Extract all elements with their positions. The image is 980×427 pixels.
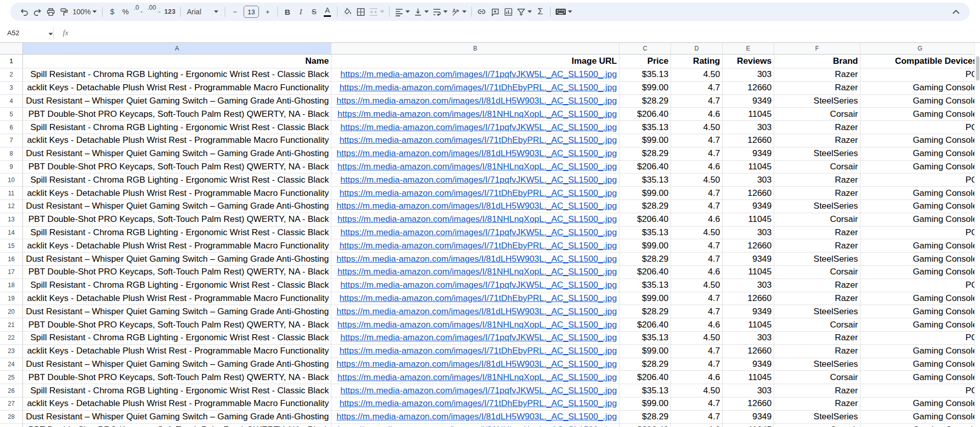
cell-C2[interactable]: $35.13 bbox=[619, 68, 671, 82]
image-url-link[interactable]: https://m.media-amazon.com/images/I/71tD… bbox=[340, 293, 617, 304]
insert-link-button[interactable] bbox=[475, 5, 488, 19]
cell-G7[interactable]: Gaming Console bbox=[861, 134, 974, 147]
cell-B17[interactable]: https://m.media-amazon.com/images/I/81NH… bbox=[331, 266, 619, 279]
cell-E9[interactable]: 11045 bbox=[723, 161, 774, 174]
row-header-8[interactable]: 8 bbox=[0, 147, 23, 161]
cell-E20[interactable]: 9349 bbox=[723, 305, 774, 318]
cell-F15[interactable]: Razer bbox=[774, 239, 861, 253]
row-header-16[interactable]: 16 bbox=[0, 253, 23, 266]
cell-E11[interactable]: 12660 bbox=[723, 187, 774, 200]
cell-D27[interactable]: 4.7 bbox=[671, 397, 723, 411]
cell-D23[interactable]: 4.7 bbox=[671, 345, 723, 358]
cell-B13[interactable]: https://m.media-amazon.com/images/I/81NH… bbox=[331, 213, 619, 227]
row-header-22[interactable]: 22 bbox=[0, 332, 23, 345]
row-header-12[interactable]: 12 bbox=[0, 200, 23, 213]
cell-B21[interactable]: https://m.media-amazon.com/images/I/81NH… bbox=[331, 318, 619, 332]
row-header-23[interactable]: 23 bbox=[0, 345, 23, 358]
cell-E27[interactable]: 12660 bbox=[723, 397, 774, 411]
name-box[interactable]: A52 bbox=[0, 23, 53, 42]
cell-D9[interactable]: 4.6 bbox=[671, 161, 723, 174]
image-url-link[interactable]: https://m.media-amazon.com/images/I/81NH… bbox=[338, 267, 617, 277]
cell-A21[interactable]: PBT Double-Shot PRO Keycaps, Soft-Touch … bbox=[23, 318, 331, 332]
cell-B16[interactable]: https://m.media-amazon.com/images/I/81dL… bbox=[331, 253, 619, 266]
image-url-link[interactable]: https://m.media-amazon.com/images/I/71tD… bbox=[340, 188, 617, 198]
row-header-4[interactable]: 4 bbox=[0, 95, 23, 108]
cell-F3[interactable]: Razer bbox=[774, 82, 861, 95]
cell-C27[interactable]: $99.00 bbox=[619, 397, 671, 411]
cell-B27[interactable]: https://m.media-amazon.com/images/I/71tD… bbox=[331, 397, 619, 411]
cell-D21[interactable]: 4.6 bbox=[671, 318, 723, 332]
row-header-1[interactable]: 1 bbox=[0, 55, 23, 68]
format-percent-button[interactable]: % bbox=[119, 5, 132, 19]
borders-button[interactable] bbox=[354, 5, 367, 19]
cell-D8[interactable]: 4.7 bbox=[671, 147, 723, 161]
cell-A8[interactable]: Dust Resistant – Whisper Quiet Gaming Sw… bbox=[23, 147, 331, 161]
column-header-E[interactable]: E bbox=[723, 43, 774, 54]
font-size-input[interactable]: 13 bbox=[244, 6, 259, 18]
cell-E5[interactable]: 11045 bbox=[723, 108, 774, 121]
strikethrough-button[interactable]: S bbox=[307, 5, 321, 19]
cell-E15[interactable]: 12660 bbox=[723, 239, 774, 253]
cell-F25[interactable]: Corsair bbox=[774, 371, 861, 384]
cell-A24[interactable]: Dust Resistant – Whisper Quiet Gaming Sw… bbox=[23, 358, 331, 371]
cell-D28[interactable]: 4.7 bbox=[671, 411, 723, 424]
cell-D17[interactable]: 4.6 bbox=[671, 266, 723, 279]
row-header-29[interactable]: 29 bbox=[0, 424, 23, 427]
column-header-D[interactable]: D bbox=[671, 43, 723, 54]
cell-A12[interactable]: Dust Resistant – Whisper Quiet Gaming Sw… bbox=[23, 200, 331, 213]
row-header-5[interactable]: 5 bbox=[0, 108, 23, 121]
cell-F10[interactable]: Razer bbox=[774, 173, 861, 187]
image-url-link[interactable]: https://m.media-amazon.com/images/I/71tD… bbox=[340, 135, 617, 145]
cell-C13[interactable]: $206.40 bbox=[619, 213, 671, 227]
text-rotation-button[interactable]: A bbox=[449, 5, 468, 19]
cell-A10[interactable]: Spill Resistant - Chroma RGB Lighting - … bbox=[23, 173, 331, 187]
cell-G20[interactable]: Gaming Console bbox=[861, 305, 974, 318]
text-wrap-button[interactable] bbox=[431, 5, 449, 19]
image-url-link[interactable]: https://m.media-amazon.com/images/I/71pq… bbox=[341, 122, 617, 133]
cell-C25[interactable]: $206.40 bbox=[619, 371, 671, 384]
row-header-9[interactable]: 9 bbox=[0, 161, 23, 174]
cell-E16[interactable]: 9349 bbox=[723, 253, 774, 266]
horizontal-align-button[interactable] bbox=[393, 5, 412, 19]
formula-input[interactable] bbox=[68, 23, 980, 42]
image-url-link[interactable]: https://m.media-amazon.com/images/I/71tD… bbox=[340, 83, 617, 93]
cell-E2[interactable]: 303 bbox=[723, 68, 774, 82]
vertical-align-button[interactable] bbox=[412, 5, 431, 19]
cell-D13[interactable]: 4.6 bbox=[671, 213, 723, 227]
cell-C16[interactable]: $28.29 bbox=[619, 253, 671, 266]
row-header-7[interactable]: 7 bbox=[0, 134, 23, 147]
cell-G25[interactable]: Gaming Console bbox=[861, 371, 974, 384]
cell-E17[interactable]: 11045 bbox=[723, 266, 774, 279]
cell-D24[interactable]: 4.7 bbox=[671, 358, 723, 371]
cell-B6[interactable]: https://m.media-amazon.com/images/I/71pq… bbox=[331, 121, 619, 134]
image-url-link[interactable]: https://m.media-amazon.com/images/I/81NH… bbox=[338, 425, 617, 427]
image-url-link[interactable]: https://m.media-amazon.com/images/I/71pq… bbox=[341, 228, 617, 238]
cell-A11[interactable]: acklit Keys - Detachable Plush Wrist Res… bbox=[23, 187, 331, 200]
cell-A6[interactable]: Spill Resistant - Chroma RGB Lighting - … bbox=[23, 121, 331, 134]
cell-D20[interactable]: 4.7 bbox=[671, 305, 723, 318]
cell-A26[interactable]: Spill Resistant - Chroma RGB Lighting - … bbox=[23, 384, 331, 397]
cell-C10[interactable]: $35.13 bbox=[619, 173, 671, 187]
cell-G6[interactable]: PC bbox=[861, 121, 974, 134]
cell-F1[interactable]: Brand bbox=[774, 55, 861, 68]
cell-C11[interactable]: $99.00 bbox=[619, 187, 671, 200]
cell-D5[interactable]: 4.6 bbox=[671, 108, 723, 121]
cell-F13[interactable]: Corsair bbox=[774, 213, 861, 227]
cell-A27[interactable]: acklit Keys - Detachable Plush Wrist Res… bbox=[23, 397, 331, 411]
paint-format-button[interactable] bbox=[57, 5, 70, 19]
cell-E25[interactable]: 11045 bbox=[723, 371, 774, 384]
cell-F21[interactable]: Corsair bbox=[774, 318, 861, 332]
cell-A18[interactable]: Spill Resistant - Chroma RGB Lighting - … bbox=[23, 279, 331, 292]
cell-G5[interactable]: Gaming Console bbox=[861, 108, 974, 121]
cell-E29[interactable]: 11045 bbox=[723, 424, 774, 427]
cell-F20[interactable]: SteelSeries bbox=[774, 305, 861, 318]
cell-G24[interactable]: Gaming Console bbox=[861, 358, 974, 371]
cell-G9[interactable]: Gaming Console bbox=[861, 161, 974, 174]
fill-color-button[interactable] bbox=[341, 5, 354, 19]
cell-F6[interactable]: Razer bbox=[774, 121, 861, 134]
image-url-link[interactable]: https://m.media-amazon.com/images/I/81dL… bbox=[337, 201, 617, 211]
cell-G19[interactable]: Gaming Console bbox=[861, 292, 974, 306]
column-header-A[interactable]: A bbox=[23, 43, 331, 54]
input-tools-button[interactable] bbox=[554, 5, 574, 19]
cell-F27[interactable]: Razer bbox=[774, 397, 861, 411]
